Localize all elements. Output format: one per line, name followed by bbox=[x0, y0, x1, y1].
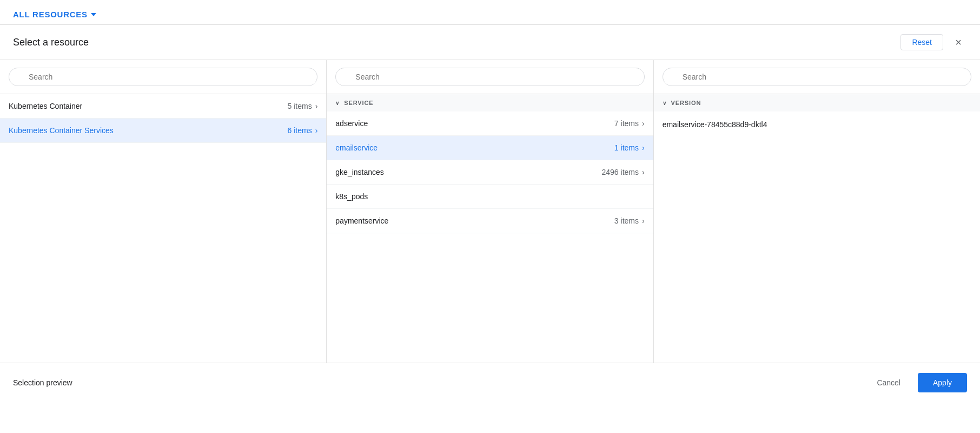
all-resources-button[interactable]: ALL RESOURCES bbox=[13, 10, 96, 19]
column-2-content: ∨ SERVICE adservice 7 items › emailservi… bbox=[327, 94, 653, 363]
item-name: paymentservice bbox=[335, 216, 388, 225]
search-input-3[interactable] bbox=[663, 68, 971, 86]
item-count: 7 items bbox=[614, 119, 639, 128]
reset-button[interactable]: Reset bbox=[900, 34, 943, 50]
chevron-right-icon: › bbox=[315, 126, 318, 135]
item-meta: 3 items › bbox=[614, 216, 645, 225]
list-item[interactable]: gke_instances 2496 items › bbox=[327, 160, 653, 185]
item-meta: 2496 items › bbox=[602, 168, 645, 176]
column-resource-type: ☰ Kubernetes Container 5 items › Kuberne… bbox=[0, 60, 327, 363]
list-item[interactable]: Kubernetes Container Services 6 items › bbox=[0, 119, 326, 143]
item-meta: 6 items › bbox=[288, 126, 318, 135]
column-3-content: ∨ VERSION emailservice-78455c88d9-dktl4 bbox=[654, 94, 980, 363]
item-name: emailservice bbox=[335, 143, 378, 152]
section-chevron-icon: ∨ bbox=[335, 100, 340, 106]
middle-scroll-area[interactable]: ∨ SERVICE adservice 7 items › emailservi… bbox=[327, 94, 653, 363]
bottom-bar: Selection preview Cancel Apply bbox=[0, 363, 980, 402]
column-version: ☰ ∨ VERSION emailservice-78455c88d9-dktl… bbox=[654, 60, 980, 363]
bottom-actions: Cancel Apply bbox=[868, 373, 967, 392]
item-meta: 1 items › bbox=[614, 143, 645, 152]
all-resources-label: ALL RESOURCES bbox=[13, 10, 88, 19]
item-meta: 5 items › bbox=[288, 102, 318, 110]
version-item[interactable]: emailservice-78455c88d9-dktl4 bbox=[654, 111, 980, 137]
item-name: adservice bbox=[335, 119, 368, 128]
chevron-right-icon: › bbox=[642, 119, 645, 128]
item-count: 2496 items bbox=[602, 168, 639, 176]
columns-container: ☰ Kubernetes Container 5 items › Kuberne… bbox=[0, 60, 980, 363]
item-count: 3 items bbox=[614, 216, 639, 225]
column-service: ☰ ∨ SERVICE adservice 7 items › bbox=[327, 60, 653, 363]
close-button[interactable]: × bbox=[950, 34, 967, 51]
search-wrapper-2: ☰ bbox=[335, 68, 644, 86]
search-wrapper-3: ☰ bbox=[663, 68, 971, 86]
section-header-version: ∨ VERSION bbox=[654, 94, 980, 111]
list-item[interactable]: Kubernetes Container 5 items › bbox=[0, 94, 326, 119]
search-input-2[interactable] bbox=[335, 68, 644, 86]
dialog-header: Select a resource Reset × bbox=[0, 25, 980, 60]
cancel-button[interactable]: Cancel bbox=[868, 374, 909, 391]
top-bar: ALL RESOURCES bbox=[0, 0, 980, 25]
list-item[interactable]: paymentservice 3 items › bbox=[327, 209, 653, 233]
close-icon: × bbox=[955, 36, 962, 49]
search-box-1: ☰ bbox=[0, 60, 326, 94]
apply-button[interactable]: Apply bbox=[918, 373, 967, 392]
list-item[interactable]: k8s_pods bbox=[327, 185, 653, 209]
section-label: SERVICE bbox=[344, 100, 373, 106]
chevron-right-icon: › bbox=[642, 168, 645, 176]
chevron-right-icon: › bbox=[642, 143, 645, 152]
search-input-1[interactable] bbox=[9, 68, 317, 86]
item-name: Kubernetes Container bbox=[9, 102, 82, 110]
section-header-service: ∨ SERVICE bbox=[327, 94, 653, 111]
item-name: k8s_pods bbox=[335, 192, 368, 201]
list-item[interactable]: adservice 7 items › bbox=[327, 111, 653, 136]
item-name: Kubernetes Container Services bbox=[9, 126, 114, 135]
section-chevron-icon: ∨ bbox=[663, 100, 667, 106]
chevron-right-icon: › bbox=[642, 216, 645, 225]
section-label: VERSION bbox=[671, 100, 701, 106]
item-count: 5 items bbox=[288, 102, 312, 110]
item-meta: 7 items › bbox=[614, 119, 645, 128]
dialog-title: Select a resource bbox=[13, 37, 89, 48]
search-box-2: ☰ bbox=[327, 60, 653, 94]
chevron-down-icon bbox=[91, 13, 96, 16]
column-1-content: Kubernetes Container 5 items › Kubernete… bbox=[0, 94, 326, 363]
list-item[interactable]: emailservice 1 items › bbox=[327, 136, 653, 160]
item-count: 6 items bbox=[288, 126, 312, 135]
chevron-right-icon: › bbox=[315, 102, 318, 110]
search-wrapper-1: ☰ bbox=[9, 68, 317, 86]
version-name: emailservice-78455c88d9-dktl4 bbox=[663, 120, 767, 129]
header-actions: Reset × bbox=[900, 34, 967, 51]
selection-preview-label: Selection preview bbox=[13, 378, 72, 387]
item-count: 1 items bbox=[614, 143, 639, 152]
search-box-3: ☰ bbox=[654, 60, 980, 94]
item-name: gke_instances bbox=[335, 168, 384, 176]
